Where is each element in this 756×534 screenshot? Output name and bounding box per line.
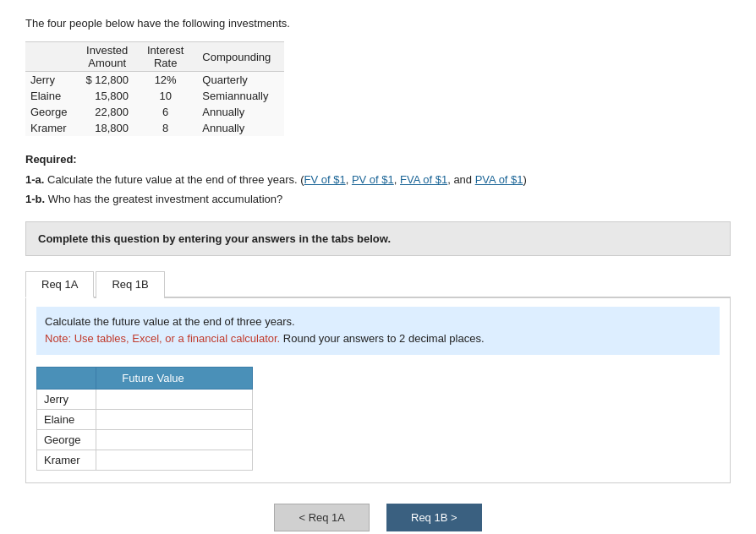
note-line2: Note: Use tables, Excel, or a financial …	[45, 330, 711, 348]
fv-col-name-header	[37, 368, 96, 390]
complete-banner: Complete this question by entering your …	[25, 221, 731, 256]
investment-row: Kramer 18,800 8 Annually	[25, 120, 284, 136]
compounding: Annually	[197, 104, 284, 120]
tab-content-req1a: Calculate the future value at the end of…	[25, 298, 731, 484]
fv-input-cell[interactable]	[96, 410, 253, 430]
tab-req1a[interactable]: Req 1A	[25, 271, 94, 298]
fv-col-value-header: Future Value	[96, 368, 253, 390]
person-name: Elaine	[25, 88, 80, 104]
fv-row: Elaine	[37, 410, 253, 430]
required-section: Required: 1-a. Calculate the future valu…	[25, 151, 731, 208]
intro-text: The four people below have the following…	[25, 17, 731, 30]
fv-row: Jerry	[37, 390, 253, 410]
invested-amount: 22,800	[80, 104, 142, 120]
col-header-compounding: Compounding	[197, 42, 284, 72]
person-name: George	[25, 104, 80, 120]
note-line1: Calculate the future value at the end of…	[45, 313, 711, 331]
fv-person-name: Elaine	[37, 410, 96, 430]
fv-input[interactable]	[103, 454, 245, 466]
invested-amount: 18,800	[80, 120, 142, 136]
investment-row: George 22,800 6 Annually	[25, 104, 284, 120]
pva-link[interactable]: PVA of $1	[475, 173, 523, 186]
tabs-row: Req 1A Req 1B	[25, 270, 731, 298]
next-button[interactable]: Req 1B >	[386, 504, 482, 531]
req-1a-label: 1-a.	[25, 173, 44, 186]
col-header-name	[25, 42, 80, 72]
interest-rate: 8	[142, 120, 197, 136]
note-box: Calculate the future value at the end of…	[36, 307, 720, 356]
interest-rate: 10	[142, 88, 197, 104]
fv-input-cell[interactable]	[96, 450, 253, 471]
compounding: Annually	[197, 120, 284, 136]
fv-person-name: Kramer	[37, 450, 96, 471]
tab-req1b[interactable]: Req 1B	[96, 271, 164, 298]
col-header-invested: InvestedAmount	[80, 42, 142, 72]
req-1b-text: Who has the greatest investment accumula…	[45, 193, 282, 205]
fv-input[interactable]	[103, 413, 245, 426]
fv-input[interactable]	[103, 433, 245, 446]
fv-input-cell[interactable]	[96, 390, 253, 410]
fv-input-cell[interactable]	[96, 430, 253, 450]
investments-table: InvestedAmount InterestRate Compounding …	[25, 41, 284, 136]
prev-button[interactable]: < Req 1A	[274, 504, 370, 531]
fv-person-name: George	[37, 430, 96, 450]
fv-link[interactable]: FV of $1	[304, 173, 346, 186]
interest-rate: 12%	[142, 72, 197, 89]
investment-row: Elaine 15,800 10 Semiannually	[25, 88, 284, 104]
person-name: Kramer	[25, 120, 80, 136]
interest-rate: 6	[142, 104, 197, 120]
required-heading: Required:	[25, 153, 77, 166]
fv-row: Kramer	[37, 450, 253, 471]
person-name: Jerry	[25, 72, 80, 89]
investment-row: Jerry $ 12,800 12% Quarterly	[25, 72, 284, 89]
req-1a-text: Calculate the future value at the end of…	[44, 173, 304, 186]
fv-person-name: Jerry	[37, 390, 96, 410]
fv-input[interactable]	[103, 393, 245, 406]
col-header-rate: InterestRate	[142, 42, 197, 72]
future-value-table: Future Value Jerry Elaine George Kramer	[36, 367, 253, 471]
invested-amount: 15,800	[80, 88, 142, 104]
fv-row: George	[37, 430, 253, 450]
fva-link[interactable]: FVA of $1	[400, 173, 447, 186]
compounding: Semiannually	[197, 88, 284, 104]
compounding: Quarterly	[197, 72, 284, 89]
req-1b-label: 1-b.	[25, 193, 45, 205]
bottom-nav: < Req 1A Req 1B >	[25, 504, 731, 531]
invested-amount: $ 12,800	[80, 72, 142, 89]
pv-link[interactable]: PV of $1	[352, 173, 394, 186]
